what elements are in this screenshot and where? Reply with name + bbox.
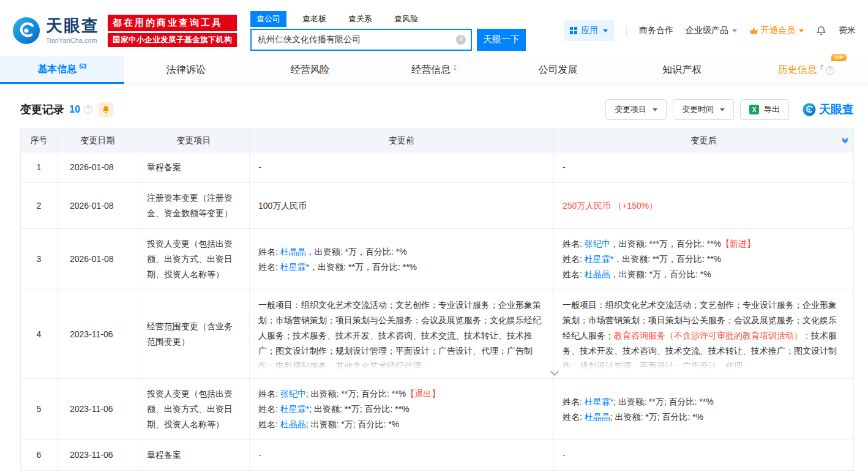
clear-icon[interactable]: × (456, 35, 466, 45)
table-row: 52023-11-06投资人变更（包括出资额、出资方式、出资日期、投资人名称等）… (21, 379, 854, 440)
seq-cell: 6 (21, 440, 58, 471)
person-link[interactable]: 杜星霖* (280, 404, 309, 414)
section-title: 变更记录 (20, 102, 64, 117)
tab-label: 知识产权 (662, 64, 702, 77)
nav-business-cooperation[interactable]: 商务合作 (639, 25, 673, 36)
cell-text: 100万人民币 (258, 201, 307, 211)
person-link[interactable]: 杜星霖* (280, 262, 309, 272)
brand-domain: TianYanCha.com (46, 37, 99, 44)
promo-banner-line2: 国家中小企业发展子基金旗下机构 (108, 33, 237, 47)
search-tabs: 查公司查老板查关系查风险 (250, 11, 526, 27)
table-row: 12026-01-08章程备案-- (21, 152, 854, 183)
col-before: 变更前 (250, 129, 554, 152)
item-cell: 注册资本变更（注册资金、资金数额等变更） (138, 183, 250, 229)
record-count: 10 (69, 104, 80, 115)
search-tab[interactable]: 查公司 (250, 11, 286, 27)
person-link[interactable]: 杜星霖* (585, 254, 613, 264)
date-cell: 2026-01-08 (58, 152, 138, 183)
cell-text: 姓名: (258, 404, 280, 414)
change-table-body: 12026-01-08章程备案--22026-01-08注册资本变更（注册资金、… (21, 152, 854, 471)
cell-text: ，出资额: **万，百分比: **% (309, 262, 417, 272)
search-tab[interactable]: 查老板 (296, 11, 332, 27)
search-tab[interactable]: 查关系 (342, 11, 378, 27)
col-item: 变更项目 (138, 129, 250, 152)
tab-label: 经营风险 (290, 64, 329, 77)
help-icon[interactable]: ? (826, 66, 834, 75)
filter-change-item-button[interactable]: 变更项目 (605, 99, 667, 120)
filter-change-time-button[interactable]: 变更时间 (673, 99, 734, 120)
before-cell: 100万人民币 (250, 183, 554, 229)
cell-text: 姓名: (258, 419, 280, 429)
cell-text: 姓名: (563, 254, 585, 264)
help-icon[interactable]: ? (84, 105, 92, 114)
cell-text: 姓名: (258, 247, 280, 256)
cell-text: - (563, 450, 566, 460)
highlight-text: 【新进】 (721, 239, 755, 249)
main-tab[interactable]: 历史信息7?VIP (744, 56, 868, 84)
cell-text: ，出资额: *万，百分比: *% (610, 269, 711, 279)
chevron-down-icon (720, 108, 725, 111)
section-toolbar: 变更项目 变更时间 X 导出 天眼查 (605, 99, 854, 120)
search-button[interactable]: 天眼一下 (477, 29, 526, 51)
crown-icon (749, 27, 758, 34)
person-link[interactable]: 杜晶晶 (280, 247, 306, 256)
expand-all-icon[interactable] (843, 137, 847, 143)
promo-banner-line1: 都在用的商业查询工具 (108, 15, 237, 31)
tab-count: 53 (79, 62, 86, 70)
watermark-logo: 天眼查 (803, 102, 854, 118)
after-cell: 姓名: 张纪中，出资额: ***万，百分比: **%【新进】姓名: 杜星霖*，出… (554, 229, 854, 290)
cell-text: - (563, 162, 566, 172)
person-link[interactable]: 杜晶晶 (280, 419, 306, 429)
person-link[interactable]: 张纪中 (280, 389, 306, 398)
after-cell: - (554, 440, 854, 471)
cell-text: ; 出资额: **万; 百分比: **% (309, 404, 409, 414)
apps-button[interactable]: 应用 (564, 20, 614, 41)
main-tab[interactable]: 经营信息1 (372, 56, 496, 84)
notification-bell-icon[interactable] (816, 26, 826, 36)
cell-text: ; 出资额: **万; 百分比: **% (613, 397, 713, 406)
cell-text: 姓名: (563, 239, 585, 249)
cell-text: ，出资额: *万，百分比: *% (306, 247, 407, 256)
cell-text: ; 出资额: **万; 百分比: **% (306, 389, 406, 398)
date-cell: 2023-11-06 (58, 440, 138, 471)
search-input[interactable] (250, 29, 472, 51)
main-tab[interactable]: 法律诉讼 (124, 56, 249, 84)
subscribe-bell-icon[interactable] (99, 102, 113, 117)
nav-enterprise-products[interactable]: 企业级产品 (686, 25, 737, 36)
tianyancha-logo[interactable]: 天眼查 TianYanCha.com (12, 17, 99, 45)
divider (626, 26, 627, 36)
person-link[interactable]: 杜星霖* (585, 397, 613, 406)
highlight-text: 250万人民币 （+150%） (563, 201, 657, 211)
export-button[interactable]: X 导出 (740, 99, 789, 120)
content: 变更记录 10 ? 变更项目 变更时间 X 导出 (0, 99, 868, 471)
chevron-down-icon (653, 108, 657, 111)
change-record-table: 序号 变更日期 变更项目 变更前 变更后 12026-01-08章程备案--22… (20, 129, 854, 471)
item-cell: 经营范围变更（含业务范围变更） (138, 290, 250, 379)
tab-label: 经营信息 (411, 64, 451, 77)
cell-text: ; 出资额: *万; 百分比: *% (306, 419, 399, 429)
person-link[interactable]: 张纪中 (585, 239, 610, 249)
cell-text: ，出资额: **万，百分比: **% (613, 254, 721, 264)
highlight-text: 【退出】 (406, 389, 440, 398)
seq-cell: 5 (21, 379, 58, 440)
before-cell: 姓名: 杜晶晶，出资额: *万，百分比: *%姓名: 杜星霖*，出资额: **万… (250, 229, 554, 290)
top-right-nav: 应用 商务合作 企业级产品 开通会员 费米 (564, 20, 856, 41)
brand-name: 天眼查 (46, 17, 99, 36)
nav-open-vip[interactable]: 开通会员 (749, 25, 804, 36)
main-tab[interactable]: 经营风险 (248, 56, 372, 84)
search-input-wrap: × (250, 29, 472, 51)
search-tab[interactable]: 查风险 (388, 11, 424, 27)
user-name[interactable]: 费米 (839, 25, 856, 36)
excel-icon: X (749, 105, 759, 114)
person-link[interactable]: 杜晶晶 (585, 412, 610, 422)
main-tab[interactable]: 基本信息53 (0, 56, 124, 84)
person-link[interactable]: 杜晶晶 (585, 269, 610, 279)
cell-text: 一般项目：组织文化艺术交流活动；文艺创作；专业设计服务；企业形象策划；市场营销策… (258, 300, 541, 371)
after-cell: 一般项目：组织文化艺术交流活动；文艺创作；专业设计服务；企业形象策划；市场营销策… (554, 290, 854, 379)
main-tab[interactable]: 公司发展 (496, 56, 620, 84)
cell-text: 姓名: (563, 412, 585, 422)
before-cell: - (250, 152, 554, 183)
main-tab[interactable]: 知识产权 (620, 56, 744, 84)
table-row: 42023-11-06经营范围变更（含业务范围变更）一般项目：组织文化艺术交流活… (21, 290, 854, 379)
date-cell: 2023-11-06 (58, 290, 138, 379)
